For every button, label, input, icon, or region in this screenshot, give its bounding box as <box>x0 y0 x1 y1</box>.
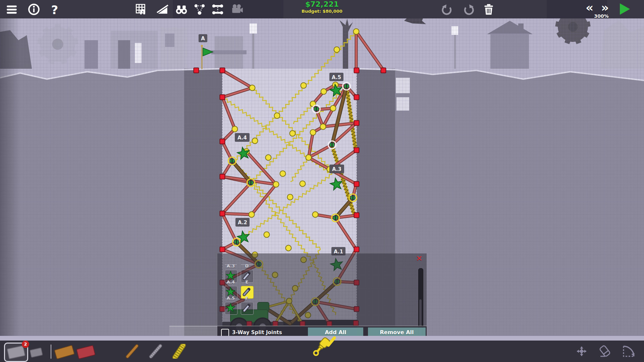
slot-label: E <box>241 280 253 285</box>
undo-icon[interactable] <box>441 3 453 16</box>
star-icon <box>225 302 236 313</box>
wood-pole-material-icon[interactable] <box>125 344 140 359</box>
redo-icon[interactable] <box>462 3 475 16</box>
budget-display: $72,221 Budget: $80,000 <box>280 0 364 14</box>
help-icon[interactable]: ? <box>48 3 61 16</box>
selected-material-slot[interactable]: 2 <box>4 343 28 362</box>
camera-icon <box>231 3 244 16</box>
menu-icon[interactable] <box>5 3 18 16</box>
info-icon[interactable] <box>28 3 40 16</box>
slot-label: F <box>241 296 253 301</box>
current-balance: $72,221 <box>280 0 364 9</box>
eraser-tool-icon[interactable] <box>598 344 612 359</box>
background-building-silhouette <box>173 0 283 18</box>
checkpoint-label: A.4 <box>225 280 237 285</box>
blueprint-grid-icon[interactable] <box>135 3 148 16</box>
checkpoint-badge-label: A.4 <box>237 135 247 141</box>
road-material-icon[interactable] <box>76 345 96 359</box>
beam-icon[interactable] <box>211 3 224 16</box>
fast-forward-icon[interactable]: » <box>601 1 609 14</box>
rotate-tool-icon[interactable] <box>621 344 635 359</box>
three-way-split-label: 3-Way Split Joints <box>232 329 282 336</box>
binoculars-icon[interactable] <box>175 3 188 16</box>
checkpoint-star-cell[interactable] <box>225 302 237 315</box>
steel-material-icon[interactable] <box>148 344 163 359</box>
delete-icon[interactable] <box>482 3 495 16</box>
move-tool-icon[interactable] <box>574 344 589 359</box>
split-joint-cell[interactable] <box>241 302 254 315</box>
checkpoint-label: A.5 <box>225 296 237 301</box>
ramp-icon[interactable] <box>156 3 169 16</box>
checkpoint-label: A.3 <box>225 263 237 268</box>
checkpoint-badge-label: A.3 <box>332 166 341 172</box>
slot-label: D <box>241 263 253 268</box>
svg-text:?: ? <box>51 3 58 16</box>
count-badge: 2 <box>22 341 29 348</box>
sim-speed-label: 300% <box>590 13 613 19</box>
rewind-icon[interactable]: « <box>586 1 593 14</box>
play-icon[interactable] <box>617 2 631 16</box>
material-toolbar: 2 <box>0 341 644 362</box>
wood-material-icon[interactable] <box>54 345 75 359</box>
budget-limit: Budget: $80,000 <box>280 9 364 14</box>
checkpoint-badge-label: A <box>201 36 205 42</box>
game-screen: AA.5A.4A.3A.2A.1 ? <box>0 0 644 362</box>
small-eraser-icon[interactable] <box>30 348 43 358</box>
spring-material-icon[interactable] <box>172 344 186 359</box>
close-icon[interactable]: ✕ <box>415 254 424 263</box>
checkpoint-badge-label: A.5 <box>332 74 341 80</box>
checkpoint-badge-label: A.2 <box>238 220 247 226</box>
bolt-icon <box>241 302 252 313</box>
ground-strip <box>0 336 644 341</box>
eraser-material-icon <box>7 345 25 359</box>
split-joints-icon[interactable] <box>193 3 206 16</box>
toolbar-divider <box>51 345 51 359</box>
split-joints-panel: A.3 D A.4 E A.5 F <box>217 253 427 339</box>
